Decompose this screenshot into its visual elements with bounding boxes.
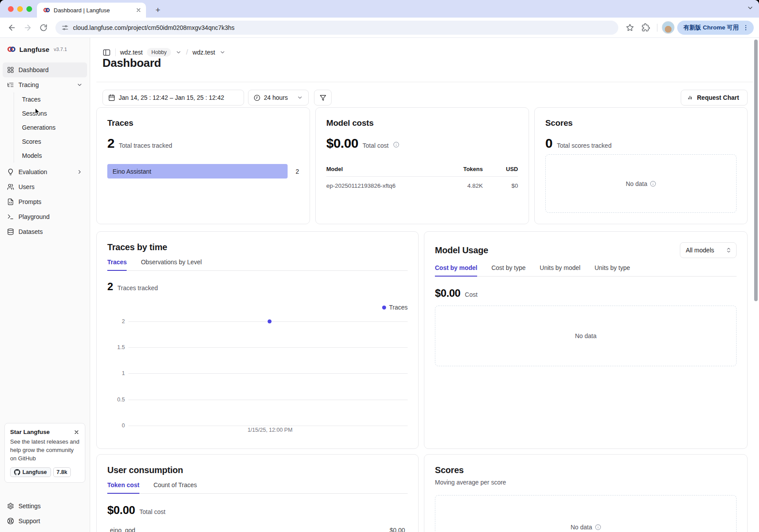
sidebar-item-scores[interactable]: Scores — [14, 135, 87, 149]
sidebar-toggle-icon[interactable] — [102, 48, 111, 57]
mouse-cursor — [33, 106, 42, 117]
gear-icon — [7, 503, 14, 510]
model-select[interactable]: All models — [680, 242, 737, 258]
sidebar-item-traces[interactable]: Traces — [14, 92, 87, 106]
reload-button[interactable] — [37, 21, 50, 34]
bookmark-star-icon[interactable] — [624, 21, 637, 34]
sidebar-item-users[interactable]: Users — [3, 179, 87, 194]
model-usage-tabs: Cost by model Cost by type Units by mode… — [435, 264, 737, 277]
scores-over-time-title: Scores — [435, 465, 737, 475]
org-chevron-down-icon[interactable] — [175, 49, 182, 55]
sidebar-item-sessions[interactable]: Sessions — [14, 106, 87, 120]
info-icon — [650, 181, 656, 187]
chevrons-up-down-icon — [726, 247, 732, 253]
new-tab-button[interactable]: + — [152, 4, 164, 16]
sidebar-item-datasets[interactable]: Datasets — [3, 224, 87, 239]
model-usage-cost: $0.00 — [435, 287, 460, 299]
tab-count-of-traces[interactable]: Count of Traces — [153, 481, 197, 493]
model-usd: $0 — [483, 182, 518, 189]
project-name[interactable]: wdz.test — [193, 49, 215, 56]
user-consumption-row: eino_god $0.00 — [107, 527, 408, 532]
chart-legend: Traces — [382, 304, 408, 311]
sidebar-item-support[interactable]: Support — [3, 514, 87, 528]
time-chevron-down-icon — [297, 95, 303, 101]
browser-tab[interactable]: Dashboard | Langfuse — [37, 3, 146, 18]
page-scrollbar[interactable] — [754, 40, 758, 301]
breadcrumb-divider — [115, 48, 116, 56]
database-icon — [7, 228, 14, 235]
tab-traces[interactable]: Traces — [107, 259, 127, 271]
sidebar-item-models[interactable]: Models — [14, 149, 87, 163]
tab-units-by-model[interactable]: Units by model — [540, 264, 580, 276]
chart-data-point[interactable] — [267, 320, 271, 324]
tab-close-icon[interactable] — [135, 7, 142, 13]
chevron-right-icon — [77, 169, 83, 175]
traces-card: Traces 2 Total traces tracked Eino Assis… — [96, 107, 310, 224]
page-title: Dashboard — [102, 56, 161, 70]
sidebar: Langfuse v3.7.1 Dashboard Tracing — [0, 38, 90, 532]
terminal-icon — [7, 213, 14, 220]
sidebar-item-dashboard[interactable]: Dashboard — [3, 62, 87, 77]
toolbar-divider — [657, 24, 657, 32]
traces-by-time-tabs: Traces Observations by Level — [107, 259, 408, 271]
sidebar-item-generations[interactable]: Generations — [14, 120, 87, 135]
tab-units-by-type[interactable]: Units by type — [595, 264, 630, 276]
github-star-button[interactable]: Langfuse — [10, 467, 51, 477]
tab-token-cost[interactable]: Token cost — [107, 481, 139, 494]
traces-chart-plot — [128, 321, 408, 426]
site-settings-icon[interactable] — [62, 24, 69, 31]
sidebar-item-prompts[interactable]: Prompts — [3, 194, 87, 209]
window-minimize-button[interactable] — [17, 6, 23, 12]
trace-bar-count: 2 — [294, 168, 299, 175]
url-text: cloud.langfuse.com/project/cm50idm0208mx… — [73, 24, 234, 31]
brand-version: v3.7.1 — [54, 47, 67, 52]
header-divider — [96, 82, 753, 82]
time-preset-button[interactable]: 24 hours — [248, 90, 309, 106]
tab-cost-by-model[interactable]: Cost by model — [435, 264, 477, 277]
tab-search-chevron-icon[interactable] — [747, 4, 754, 13]
user-consumption-title: User consumption — [107, 465, 408, 475]
star-card-title: Star Langfuse — [10, 429, 50, 435]
scores-card-title: Scores — [545, 118, 737, 128]
sidebar-item-settings[interactable]: Settings — [3, 499, 87, 514]
window-zoom-button[interactable] — [26, 6, 32, 12]
traces-card-title: Traces — [107, 118, 299, 128]
browser-menu-icon[interactable] — [742, 24, 749, 31]
star-card-body: See the latest releases and help grow th… — [10, 438, 80, 463]
sidebar-item-tracing[interactable]: Tracing — [3, 77, 87, 92]
request-chart-button[interactable]: Request Chart — [681, 90, 748, 106]
extensions-icon[interactable] — [639, 21, 653, 34]
user-cost: $0.00 — [390, 527, 405, 532]
browser-tabstrip: Dashboard | Langfuse + — [0, 0, 759, 18]
project-chevron-down-icon[interactable] — [219, 49, 226, 55]
org-name[interactable]: wdz.test — [120, 49, 142, 56]
star-langfuse-card: Star Langfuse See the latest releases an… — [4, 423, 85, 483]
date-range-button[interactable]: Jan 14, 25 : 12:42 – Jan 15, 25 : 12:42 — [102, 90, 244, 106]
forward-button[interactable] — [21, 21, 34, 34]
profile-avatar[interactable] — [662, 21, 675, 34]
url-bar[interactable]: cloud.langfuse.com/project/cm50idm0208mx… — [55, 21, 618, 35]
model-costs-total: $0.00 — [326, 136, 358, 151]
chart-x-label: 1/15/25, 12:00 PM — [248, 427, 292, 433]
close-icon[interactable] — [73, 429, 80, 435]
tab-cost-by-type[interactable]: Cost by type — [491, 264, 525, 276]
sidebar-item-playground[interactable]: Playground — [3, 209, 87, 224]
filter-button[interactable] — [314, 90, 332, 106]
sidebar-item-evaluation[interactable]: Evaluation — [3, 164, 87, 179]
back-button[interactable] — [5, 21, 18, 34]
life-buoy-icon — [7, 517, 14, 525]
clock-icon — [254, 95, 260, 101]
tab-observations-by-level[interactable]: Observations by Level — [141, 259, 202, 270]
user-consumption-total: $0.00 — [107, 503, 135, 517]
tracing-submenu: Traces Sessions Generations Scores Model… — [14, 92, 87, 163]
trace-name-bar[interactable]: Eino Assistant — [107, 164, 288, 179]
window-close-button[interactable] — [8, 6, 14, 12]
calendar-icon — [108, 94, 115, 101]
model-usage-no-data: No data — [435, 306, 737, 366]
model-costs-table: Model Tokens USD ep-20250112193826-xftq6… — [326, 166, 518, 189]
chrome-update-button[interactable]: 有新版 Chrome 可用 — [677, 21, 754, 35]
funnel-icon — [320, 95, 326, 101]
brand-row: Langfuse v3.7.1 — [0, 38, 90, 59]
user-consumption-card: User consumption Token cost Count of Tra… — [96, 454, 419, 532]
model-costs-title: Model costs — [326, 118, 518, 128]
